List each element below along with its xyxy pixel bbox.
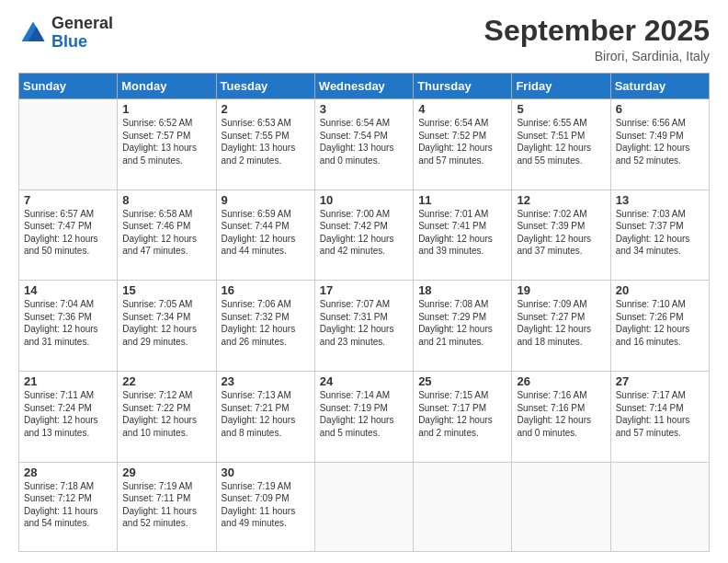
day-number: 22 bbox=[122, 374, 210, 388]
day-info: Sunrise: 7:05 AMSunset: 7:34 PMDaylight:… bbox=[122, 298, 210, 348]
calendar-header-row: SundayMondayTuesdayWednesdayThursdayFrid… bbox=[19, 74, 710, 99]
logo-general-text: General bbox=[51, 14, 113, 32]
day-info: Sunrise: 7:04 AMSunset: 7:36 PMDaylight:… bbox=[24, 298, 112, 348]
day-info: Sunrise: 7:08 AMSunset: 7:29 PMDaylight:… bbox=[418, 298, 506, 348]
day-number: 7 bbox=[24, 193, 112, 207]
calendar-cell: 10Sunrise: 7:00 AMSunset: 7:42 PMDayligh… bbox=[314, 190, 413, 281]
day-info: Sunrise: 7:19 AMSunset: 7:09 PMDaylight:… bbox=[222, 480, 310, 530]
calendar-cell: 9Sunrise: 6:59 AMSunset: 7:44 PMDaylight… bbox=[216, 190, 314, 281]
calendar-header-friday: Friday bbox=[512, 74, 610, 99]
calendar-week-row: 28Sunrise: 7:18 AMSunset: 7:12 PMDayligh… bbox=[19, 462, 710, 551]
day-info: Sunrise: 6:58 AMSunset: 7:46 PMDaylight:… bbox=[122, 208, 210, 258]
day-number: 11 bbox=[418, 193, 506, 207]
day-info: Sunrise: 6:54 AMSunset: 7:52 PMDaylight:… bbox=[418, 117, 506, 167]
calendar-cell: 11Sunrise: 7:01 AMSunset: 7:41 PMDayligh… bbox=[414, 190, 512, 281]
day-info: Sunrise: 7:07 AMSunset: 7:31 PMDaylight:… bbox=[320, 298, 408, 348]
calendar-cell: 3Sunrise: 6:54 AMSunset: 7:54 PMDaylight… bbox=[314, 99, 413, 190]
header: General Blue September 2025 Birori, Sard… bbox=[18, 15, 710, 63]
calendar-cell: 1Sunrise: 6:52 AMSunset: 7:57 PMDaylight… bbox=[118, 99, 216, 190]
calendar-cell: 14Sunrise: 7:04 AMSunset: 7:36 PMDayligh… bbox=[19, 281, 118, 372]
day-info: Sunrise: 6:55 AMSunset: 7:51 PMDaylight:… bbox=[517, 117, 605, 167]
day-number: 24 bbox=[320, 374, 408, 388]
day-info: Sunrise: 7:16 AMSunset: 7:16 PMDaylight:… bbox=[517, 389, 605, 439]
calendar-cell bbox=[512, 462, 610, 551]
day-number: 21 bbox=[24, 374, 112, 388]
page: General Blue September 2025 Birori, Sard… bbox=[0, 0, 728, 563]
day-number: 12 bbox=[517, 193, 605, 207]
calendar-cell bbox=[610, 462, 709, 551]
day-number: 8 bbox=[122, 193, 210, 207]
calendar-cell bbox=[414, 462, 512, 551]
day-number: 2 bbox=[222, 102, 310, 116]
logo-text: General Blue bbox=[51, 15, 113, 52]
day-info: Sunrise: 7:02 AMSunset: 7:39 PMDaylight:… bbox=[517, 208, 605, 258]
calendar-cell: 15Sunrise: 7:05 AMSunset: 7:34 PMDayligh… bbox=[118, 281, 216, 372]
day-info: Sunrise: 6:53 AMSunset: 7:55 PMDaylight:… bbox=[222, 117, 310, 167]
calendar-cell: 24Sunrise: 7:14 AMSunset: 7:19 PMDayligh… bbox=[314, 372, 413, 463]
day-number: 17 bbox=[320, 283, 408, 297]
calendar-cell: 16Sunrise: 7:06 AMSunset: 7:32 PMDayligh… bbox=[216, 281, 314, 372]
day-info: Sunrise: 7:15 AMSunset: 7:17 PMDaylight:… bbox=[418, 389, 506, 439]
calendar-cell: 6Sunrise: 6:56 AMSunset: 7:49 PMDaylight… bbox=[610, 99, 709, 190]
day-info: Sunrise: 7:06 AMSunset: 7:32 PMDaylight:… bbox=[222, 298, 310, 348]
day-info: Sunrise: 6:59 AMSunset: 7:44 PMDaylight:… bbox=[222, 208, 310, 258]
calendar-cell: 17Sunrise: 7:07 AMSunset: 7:31 PMDayligh… bbox=[314, 281, 413, 372]
day-info: Sunrise: 7:18 AMSunset: 7:12 PMDaylight:… bbox=[24, 480, 112, 530]
calendar-cell: 18Sunrise: 7:08 AMSunset: 7:29 PMDayligh… bbox=[414, 281, 512, 372]
calendar-week-row: 7Sunrise: 6:57 AMSunset: 7:47 PMDaylight… bbox=[19, 190, 710, 281]
calendar-cell bbox=[19, 99, 118, 190]
day-info: Sunrise: 7:11 AMSunset: 7:24 PMDaylight:… bbox=[24, 389, 112, 439]
calendar-cell: 25Sunrise: 7:15 AMSunset: 7:17 PMDayligh… bbox=[414, 372, 512, 463]
calendar-cell bbox=[314, 462, 413, 551]
day-info: Sunrise: 6:52 AMSunset: 7:57 PMDaylight:… bbox=[122, 117, 210, 167]
calendar-cell: 5Sunrise: 6:55 AMSunset: 7:51 PMDaylight… bbox=[512, 99, 610, 190]
calendar-cell: 7Sunrise: 6:57 AMSunset: 7:47 PMDaylight… bbox=[19, 190, 118, 281]
calendar-cell: 26Sunrise: 7:16 AMSunset: 7:16 PMDayligh… bbox=[512, 372, 610, 463]
calendar-cell: 21Sunrise: 7:11 AMSunset: 7:24 PMDayligh… bbox=[19, 372, 118, 463]
calendar-week-row: 14Sunrise: 7:04 AMSunset: 7:36 PMDayligh… bbox=[19, 281, 710, 372]
day-info: Sunrise: 6:54 AMSunset: 7:54 PMDaylight:… bbox=[320, 117, 408, 167]
calendar-header-thursday: Thursday bbox=[414, 74, 512, 99]
day-number: 13 bbox=[616, 193, 704, 207]
calendar-header-saturday: Saturday bbox=[610, 74, 709, 99]
calendar-cell: 19Sunrise: 7:09 AMSunset: 7:27 PMDayligh… bbox=[512, 281, 610, 372]
day-info: Sunrise: 7:03 AMSunset: 7:37 PMDaylight:… bbox=[616, 208, 704, 258]
day-number: 16 bbox=[222, 283, 310, 297]
calendar-cell: 4Sunrise: 6:54 AMSunset: 7:52 PMDaylight… bbox=[414, 99, 512, 190]
day-number: 15 bbox=[122, 283, 210, 297]
day-number: 26 bbox=[517, 374, 605, 388]
calendar-header-tuesday: Tuesday bbox=[216, 74, 314, 99]
day-number: 14 bbox=[24, 283, 112, 297]
day-number: 30 bbox=[222, 465, 310, 479]
day-info: Sunrise: 7:09 AMSunset: 7:27 PMDaylight:… bbox=[517, 298, 605, 348]
calendar-week-row: 1Sunrise: 6:52 AMSunset: 7:57 PMDaylight… bbox=[19, 99, 710, 190]
day-number: 1 bbox=[122, 102, 210, 116]
logo-blue-text: Blue bbox=[51, 32, 87, 51]
location: Birori, Sardinia, Italy bbox=[484, 49, 710, 63]
calendar-cell: 13Sunrise: 7:03 AMSunset: 7:37 PMDayligh… bbox=[610, 190, 709, 281]
day-info: Sunrise: 7:14 AMSunset: 7:19 PMDaylight:… bbox=[320, 389, 408, 439]
calendar-cell: 22Sunrise: 7:12 AMSunset: 7:22 PMDayligh… bbox=[118, 372, 216, 463]
logo: General Blue bbox=[18, 15, 113, 52]
calendar-cell: 8Sunrise: 6:58 AMSunset: 7:46 PMDaylight… bbox=[118, 190, 216, 281]
day-number: 23 bbox=[222, 374, 310, 388]
day-info: Sunrise: 7:10 AMSunset: 7:26 PMDaylight:… bbox=[616, 298, 704, 348]
day-info: Sunrise: 7:01 AMSunset: 7:41 PMDaylight:… bbox=[418, 208, 506, 258]
day-number: 9 bbox=[222, 193, 310, 207]
calendar-header-wednesday: Wednesday bbox=[314, 74, 413, 99]
month-year: September 2025 bbox=[484, 15, 710, 47]
calendar-cell: 23Sunrise: 7:13 AMSunset: 7:21 PMDayligh… bbox=[216, 372, 314, 463]
calendar-cell: 28Sunrise: 7:18 AMSunset: 7:12 PMDayligh… bbox=[19, 462, 118, 551]
calendar-header-monday: Monday bbox=[118, 74, 216, 99]
day-number: 6 bbox=[616, 102, 704, 116]
title-block: September 2025 Birori, Sardinia, Italy bbox=[484, 15, 710, 63]
calendar-week-row: 21Sunrise: 7:11 AMSunset: 7:24 PMDayligh… bbox=[19, 372, 710, 463]
logo-icon bbox=[18, 18, 48, 48]
day-info: Sunrise: 7:00 AMSunset: 7:42 PMDaylight:… bbox=[320, 208, 408, 258]
day-number: 10 bbox=[320, 193, 408, 207]
calendar-table: SundayMondayTuesdayWednesdayThursdayFrid… bbox=[18, 73, 710, 552]
day-number: 29 bbox=[122, 465, 210, 479]
day-info: Sunrise: 7:13 AMSunset: 7:21 PMDaylight:… bbox=[222, 389, 310, 439]
calendar-header-sunday: Sunday bbox=[19, 74, 118, 99]
day-info: Sunrise: 7:17 AMSunset: 7:14 PMDaylight:… bbox=[616, 389, 704, 439]
